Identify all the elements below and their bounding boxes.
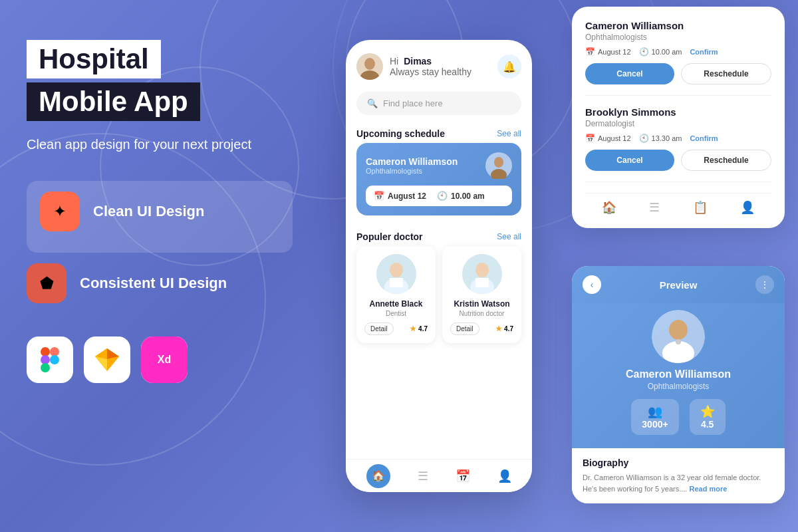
right-nav-list[interactable]: ☰ (649, 200, 660, 215)
svg-point-28 (676, 339, 681, 344)
cameron-details: 📅 August 12 🕙 10.00 am Confirm (585, 47, 771, 57)
more-options-button[interactable]: ⋮ (755, 275, 774, 294)
svg-rect-2 (41, 355, 50, 364)
phone-header: Hi Dimas Always stay healthy 🔔 (346, 40, 532, 86)
patients-value: 3000+ (642, 419, 668, 430)
cameron-time-value: 10.00 am (652, 48, 682, 56)
nav-profile[interactable]: 👤 (497, 469, 512, 483)
kristin-avatar (462, 254, 502, 294)
cameron-date: 📅 August 12 (585, 47, 631, 57)
preview-doctor-spec: Ophthalmologists (583, 382, 774, 391)
xd-bg: Xd (141, 336, 188, 383)
greeting-hi: Hi Dimas (390, 56, 497, 66)
kristin-detail-btn[interactable]: Detail (450, 323, 479, 335)
preview-stat-rating: ⭐ 4.5 (690, 399, 726, 435)
biography-text: Dr. Cameron Williamson is a 32 year old … (583, 472, 774, 494)
annette-spec: Dentist (364, 310, 428, 317)
schedule-doctor-name: Cameron Williamson (366, 156, 458, 167)
annette-image (376, 254, 416, 294)
upcoming-see-all[interactable]: See all (497, 129, 521, 138)
preview-panel: ‹ Preview ⋮ Cameron Williamson Ophthalmo… (572, 266, 785, 503)
xd-text: Xd (158, 354, 171, 366)
cameron-spec: Ophthalmologists (585, 33, 771, 42)
back-button[interactable]: ‹ (583, 275, 601, 294)
xd-icon-box: Xd (141, 336, 188, 383)
clean-ui-icon-box: ✦ (40, 192, 80, 231)
calendar-icon-2: 📅 (585, 134, 595, 143)
cameron-name: Cameron Williamson (585, 20, 771, 31)
cameron-reschedule-btn[interactable]: Reschedule (681, 63, 771, 84)
clock-icon-2: 🕙 (639, 134, 649, 143)
calendar-icon: 📅 (374, 191, 384, 201)
figma-icon-box (27, 336, 73, 383)
brooklyn-time: 🕙 13.30 am (639, 134, 682, 143)
phone-greeting: Hi Dimas Always stay healthy (390, 56, 497, 77)
kristin-rating: ★ 4.7 (495, 325, 513, 333)
preview-stats: 👥 3000+ ⭐ 4.5 (583, 399, 774, 435)
kristin-image (462, 254, 502, 294)
brooklyn-confirm: Confirm (690, 134, 718, 142)
back-icon: ‹ (591, 279, 594, 290)
schedule-avatar-img (485, 152, 512, 179)
annette-actions: Detail ★ 4.7 (364, 323, 428, 335)
sparkle-icon: ✦ (53, 202, 66, 221)
left-section: Hospital Mobile App Clean app design for… (27, 40, 293, 383)
clock-icon-1: 🕙 (639, 47, 649, 57)
nav-home[interactable]: 🏠 (366, 464, 390, 488)
user-avatar (356, 53, 383, 80)
brooklyn-cancel-btn[interactable]: Cancel (585, 150, 674, 171)
cameron-time: 🕙 10.00 am (639, 47, 682, 57)
svg-rect-3 (50, 355, 59, 364)
popular-see-all[interactable]: See all (497, 232, 521, 241)
more-icon: ⋮ (760, 279, 769, 290)
right-nav-home[interactable]: 🏠 (602, 200, 616, 215)
notification-bell[interactable]: 🔔 (497, 55, 521, 78)
schedule-panel: Cameron Williamson Ophthalmologists 📅 Au… (572, 7, 785, 228)
title-box-hospital: Hospital (27, 40, 161, 78)
clock-icon: 🕙 (437, 191, 448, 201)
brooklyn-date-value: August 12 (598, 134, 631, 142)
nav-list[interactable]: ☰ (418, 469, 428, 483)
brooklyn-name: Brooklyn Simmons (585, 106, 771, 118)
figma-icon (41, 347, 59, 372)
layers-icon: ⬟ (40, 274, 54, 293)
search-placeholder: Find place here (383, 98, 443, 108)
search-bar[interactable]: 🔍 Find place here (356, 92, 521, 115)
preview-biography: Biography Dr. Cameron Williamson is a 32… (572, 448, 785, 503)
doctors-grid: Annette Black Dentist Detail ★ 4.7 K (346, 246, 532, 343)
svg-point-17 (390, 263, 403, 277)
doctor-card-kristin: Kristin Watson Nutrition doctor Detail ★… (442, 246, 521, 343)
brooklyn-details: 📅 August 12 🕙 13.30 am Confirm (585, 134, 771, 143)
preview-doctor-name: Cameron Williamson (583, 368, 774, 380)
schedule-doctor-row: Cameron Williamson Ophthalmologists (366, 152, 512, 179)
nav-calendar[interactable]: 📅 (456, 469, 470, 483)
right-nav-active[interactable]: 📋 (693, 200, 708, 215)
rating-star-icon: ⭐ (700, 404, 715, 419)
svg-point-11 (364, 58, 375, 70)
clean-ui-label: Clean UI Design (93, 203, 204, 220)
right-panel-nav: 🏠 ☰ 📋 👤 (585, 193, 771, 215)
annette-name: Annette Black (364, 299, 428, 309)
feature-clean-ui: ✦ Clean UI Design (40, 192, 279, 231)
tools-row: Xd (27, 336, 293, 383)
upcoming-schedule-title: Upcoming schedule (356, 128, 445, 139)
sketch-icon (94, 347, 120, 372)
brooklyn-buttons: Cancel Reschedule (585, 150, 771, 171)
brooklyn-reschedule-btn[interactable]: Reschedule (681, 150, 771, 171)
annette-detail-btn[interactable]: Detail (364, 323, 394, 335)
feature-clean-ui-card: ✦ Clean UI Design (27, 181, 293, 253)
brooklyn-time-value: 13.30 am (652, 134, 682, 142)
schedule-time: 🕙 10.00 am (437, 191, 485, 201)
schedule-date-value: August 12 (388, 192, 426, 201)
read-more-link[interactable]: Read more (689, 485, 727, 493)
phone-mockup: Hi Dimas Always stay healthy 🔔 🔍 Find pl… (346, 40, 532, 492)
consistent-ui-icon-box: ⬟ (27, 263, 66, 303)
cameron-cancel-btn[interactable]: Cancel (585, 63, 674, 84)
title-box-app: Mobile App (27, 82, 200, 121)
right-nav-profile[interactable]: 👤 (740, 200, 755, 215)
preview-doctor-image (652, 310, 705, 363)
svg-rect-27 (669, 344, 688, 356)
preview-header: ‹ Preview ⋮ (572, 266, 785, 303)
avatar-image (356, 53, 383, 80)
consistent-ui-label: Consistent UI Design (80, 275, 227, 292)
